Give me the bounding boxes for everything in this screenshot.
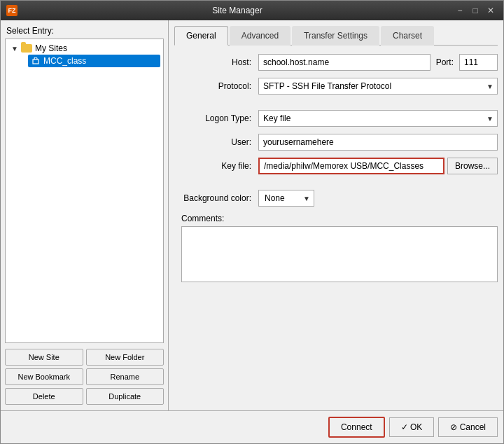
- main-content: Select Entry: ▼ My Sites MCC_class: [1, 20, 503, 410]
- window-controls: − □ ✕: [453, 4, 498, 17]
- new-folder-button[interactable]: New Folder: [86, 349, 164, 366]
- logon-type-row: Logon Type: Key file ▼: [174, 110, 498, 127]
- app-icon: FZ: [6, 5, 18, 16]
- host-input[interactable]: [258, 54, 430, 71]
- port-input[interactable]: [459, 54, 498, 71]
- site-entry-label: MCC_class: [43, 56, 86, 66]
- button-row: New Site New Folder New Bookmark Rename …: [1, 343, 168, 410]
- bg-color-select-wrapper: None ▼: [258, 190, 314, 207]
- key-file-row: Key file: Browse...: [174, 158, 498, 174]
- connect-button[interactable]: Connect: [328, 417, 385, 438]
- tree-child-container: MCC_class: [8, 55, 160, 67]
- new-bookmark-button[interactable]: New Bookmark: [5, 368, 83, 385]
- tab-transfer-settings[interactable]: Transfer Settings: [292, 26, 379, 46]
- user-label: User:: [174, 137, 258, 147]
- duplicate-button[interactable]: Duplicate: [86, 388, 164, 405]
- logon-type-label: Logon Type:: [174, 113, 258, 123]
- bg-color-label: Background color:: [174, 193, 258, 203]
- port-label: Port:: [436, 57, 454, 67]
- maximize-button[interactable]: □: [468, 4, 482, 17]
- protocol-select[interactable]: SFTP - SSH File Transfer Protocol: [258, 78, 498, 95]
- title-bar: FZ Site Manager − □ ✕: [1, 1, 503, 20]
- svg-rect-0: [33, 60, 38, 64]
- site-entry-mcc-class[interactable]: MCC_class: [28, 55, 160, 67]
- tab-charset[interactable]: Charset: [381, 26, 434, 46]
- delete-button[interactable]: Delete: [5, 388, 83, 405]
- user-row: User:: [174, 134, 498, 151]
- tab-bar: General Advanced Transfer Settings Chars…: [174, 26, 498, 46]
- ok-button[interactable]: ✓ OK: [389, 417, 435, 437]
- tree-root-item[interactable]: ▼ My Sites: [8, 42, 160, 55]
- cancel-button[interactable]: ⊘ Cancel: [438, 417, 498, 437]
- protocol-label: Protocol:: [174, 81, 258, 91]
- tree-arrow: ▼: [11, 45, 20, 53]
- rename-button[interactable]: Rename: [86, 368, 164, 385]
- minimize-button[interactable]: −: [453, 4, 467, 17]
- window-title: Site Manager: [22, 6, 453, 15]
- left-panel: Select Entry: ▼ My Sites MCC_class: [1, 20, 169, 410]
- logon-type-select-wrapper: Key file ▼: [258, 110, 498, 127]
- bg-color-row: Background color: None ▼: [174, 190, 498, 207]
- browse-button[interactable]: Browse...: [447, 158, 498, 174]
- select-entry-label: Select Entry:: [1, 20, 168, 39]
- tab-general[interactable]: General: [174, 26, 228, 46]
- user-input[interactable]: [258, 134, 498, 151]
- tree-area: ▼ My Sites MCC_class: [5, 39, 164, 343]
- host-label: Host:: [174, 57, 258, 67]
- bottom-bar: Connect ✓ OK ⊘ Cancel: [1, 410, 503, 443]
- tab-advanced[interactable]: Advanced: [230, 26, 290, 46]
- site-manager-window: FZ Site Manager − □ ✕ Select Entry: ▼ My…: [0, 0, 504, 444]
- protocol-row: Protocol: SFTP - SSH File Transfer Proto…: [174, 78, 498, 95]
- host-row: Host: Port:: [174, 54, 498, 71]
- logon-type-select[interactable]: Key file: [258, 110, 498, 127]
- key-file-input[interactable]: [258, 158, 444, 174]
- comments-textarea[interactable]: [181, 226, 498, 282]
- protocol-select-wrapper: SFTP - SSH File Transfer Protocol ▼: [258, 78, 498, 95]
- site-icon: [31, 56, 41, 66]
- host-port-row: Port:: [258, 54, 498, 71]
- bg-color-select[interactable]: None: [258, 190, 314, 207]
- comments-label: Comments:: [181, 214, 498, 223]
- folder-icon: [21, 44, 32, 53]
- form-area: Host: Port: Protocol: SFTP - SSH File Tr…: [174, 54, 498, 405]
- new-site-button[interactable]: New Site: [5, 349, 83, 366]
- right-panel: General Advanced Transfer Settings Chars…: [169, 20, 503, 410]
- tree-root-label: My Sites: [35, 43, 67, 53]
- key-file-label: Key file:: [174, 161, 258, 171]
- comments-section: Comments:: [181, 214, 498, 284]
- key-file-input-row: Browse...: [258, 158, 498, 174]
- close-button[interactable]: ✕: [484, 4, 498, 17]
